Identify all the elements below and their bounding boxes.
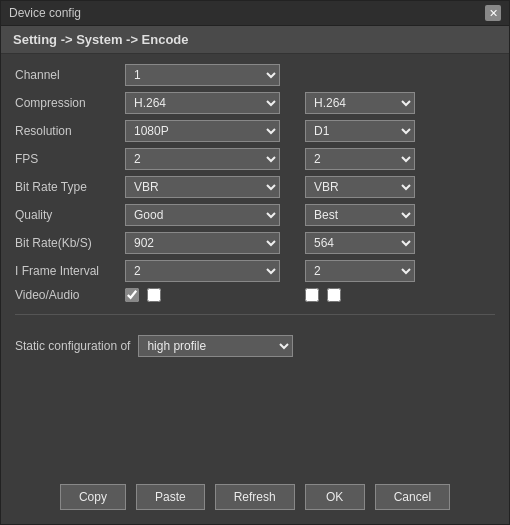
form-grid: Channel 1234 Compression H.264H.265MJPEG… (15, 64, 495, 302)
resolution-label: Resolution (15, 124, 125, 138)
bitrate-select-wrapper: 90210242048 (125, 232, 280, 254)
bitratetype-select-wrapper: VBRCBR (125, 176, 280, 198)
iframe2-wrapper: 123 (305, 260, 415, 282)
quality2-wrapper: LowestLowerLowMediumGoodBetterBest (305, 204, 415, 226)
fps-label: FPS (15, 152, 125, 166)
iframe2-select[interactable]: 123 (305, 260, 415, 282)
bitrate-select[interactable]: 90210242048 (125, 232, 280, 254)
channel-select[interactable]: 1234 (125, 64, 280, 86)
title-bar: Device config ✕ (1, 1, 509, 26)
close-button[interactable]: ✕ (485, 5, 501, 21)
quality2-select[interactable]: LowestLowerLowMediumGoodBetterBest (305, 204, 415, 226)
quality-select-wrapper: LowestLowerLowMediumGoodBetterBest (125, 204, 280, 226)
compression-select-wrapper: H.264H.265MJPEG (125, 92, 280, 114)
bitratetype-label: Bit Rate Type (15, 180, 125, 194)
resolution-select[interactable]: 1080P720PD1CIF (125, 120, 280, 142)
video-checkbox-right[interactable] (305, 288, 319, 302)
bitrate-label: Bit Rate(Kb/S) (15, 236, 125, 250)
resolution2-select[interactable]: D1CIF1080P (305, 120, 415, 142)
videoaudio-checkboxes-left (125, 288, 285, 302)
quality-label: Quality (15, 208, 125, 222)
content-area: Channel 1234 Compression H.264H.265MJPEG… (1, 54, 509, 474)
fps-select-wrapper: 25101525 (125, 148, 280, 170)
iframe-select[interactable]: 123 (125, 260, 280, 282)
video-checkbox-left[interactable] (125, 288, 139, 302)
static-config-label: Static configuration of (15, 339, 130, 353)
static-config-row: Static configuration of high profile mai… (15, 335, 495, 357)
bitratetype-select[interactable]: VBRCBR (125, 176, 280, 198)
videoaudio-label: Video/Audio (15, 288, 125, 302)
compression-label: Compression (15, 96, 125, 110)
bitrate2-select[interactable]: 5641024 (305, 232, 415, 254)
window-title: Device config (9, 6, 81, 20)
channel-select-wrapper: 1234 (125, 64, 280, 86)
static-config-select-wrapper: high profile main profile baseline profi… (138, 335, 293, 357)
bitratetype2-wrapper: VBRCBR (305, 176, 415, 198)
divider (15, 314, 495, 315)
audio-checkbox-left[interactable] (147, 288, 161, 302)
resolution2-wrapper: D1CIF1080P (305, 120, 415, 142)
fps2-wrapper: 2510 (305, 148, 415, 170)
iframe-label: I Frame Interval (15, 264, 125, 278)
ok-button[interactable]: OK (305, 484, 365, 510)
cancel-button[interactable]: Cancel (375, 484, 450, 510)
device-config-window: Device config ✕ Setting -> System -> Enc… (0, 0, 510, 525)
iframe-select-wrapper: 123 (125, 260, 280, 282)
refresh-button[interactable]: Refresh (215, 484, 295, 510)
audio-checkbox-right[interactable] (327, 288, 341, 302)
bitrate2-wrapper: 5641024 (305, 232, 415, 254)
quality-select[interactable]: LowestLowerLowMediumGoodBetterBest (125, 204, 280, 226)
button-bar: Copy Paste Refresh OK Cancel (1, 474, 509, 524)
compression-select[interactable]: H.264H.265MJPEG (125, 92, 280, 114)
static-config-select[interactable]: high profile main profile baseline profi… (138, 335, 293, 357)
breadcrumb: Setting -> System -> Encode (1, 26, 509, 54)
copy-button[interactable]: Copy (60, 484, 126, 510)
bitratetype2-select[interactable]: VBRCBR (305, 176, 415, 198)
paste-button[interactable]: Paste (136, 484, 205, 510)
compression2-select[interactable]: H.264H.265 (305, 92, 415, 114)
videoaudio-checkboxes-right (305, 288, 415, 302)
resolution-select-wrapper: 1080P720PD1CIF (125, 120, 280, 142)
channel-label: Channel (15, 68, 125, 82)
compression2-wrapper: H.264H.265 (305, 92, 415, 114)
fps-select[interactable]: 25101525 (125, 148, 280, 170)
fps2-select[interactable]: 2510 (305, 148, 415, 170)
